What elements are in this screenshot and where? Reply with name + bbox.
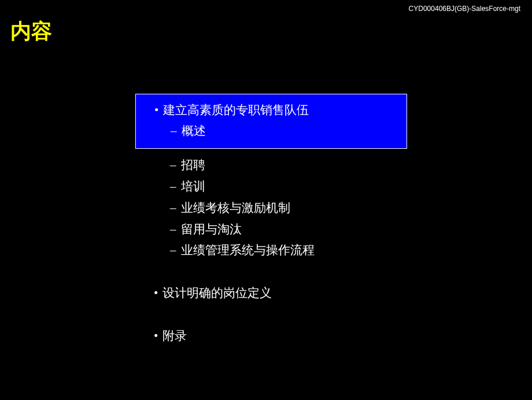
dash-icon xyxy=(170,155,176,176)
dash-icon xyxy=(170,197,176,219)
section-3: 附录 xyxy=(135,326,407,347)
highlighted-section: 建立高素质的专职销售队伍 概述 xyxy=(135,94,407,149)
dash-icon xyxy=(170,219,176,240)
section-1-sub-highlighted: 概述 xyxy=(147,121,395,142)
list-item: 留用与淘汰 xyxy=(147,219,396,240)
dash-icon xyxy=(171,121,177,142)
section-3-main: 附录 xyxy=(147,326,407,347)
list-item: 业绩考核与激励机制 xyxy=(147,197,396,219)
list-item-text: 留用与淘汰 xyxy=(181,219,242,240)
bullet-icon xyxy=(154,283,158,304)
section-2-main: 设计明确的岗位定义 xyxy=(147,283,407,304)
list-item-text: 培训 xyxy=(181,176,205,197)
section-1-sub-highlighted-text: 概述 xyxy=(182,121,206,142)
list-item-text: 业绩考核与激励机制 xyxy=(181,197,290,219)
bullet-icon xyxy=(154,326,158,347)
slide-title: 内容 xyxy=(10,17,52,46)
section-2-main-text: 设计明确的岗位定义 xyxy=(162,283,272,304)
section-2: 设计明确的岗位定义 xyxy=(135,283,407,304)
content-outline: 建立高素质的专职销售队伍 概述 招聘 培训 业绩考核与激励机制 留用与淘汰 业绩… xyxy=(135,94,407,347)
list-item: 业绩管理系统与操作流程 xyxy=(147,240,396,261)
section-1-main: 建立高素质的专职销售队伍 xyxy=(147,100,395,121)
dash-icon xyxy=(170,240,176,261)
section-1-main-text: 建立高素质的专职销售队伍 xyxy=(163,100,309,121)
document-code: CYD000406BJ(GB)-SalesForce-mgt xyxy=(409,5,520,13)
list-item-text: 招聘 xyxy=(181,155,205,176)
list-item: 招聘 xyxy=(147,155,396,176)
list-item: 培训 xyxy=(147,176,396,197)
section-3-main-text: 附录 xyxy=(162,326,187,347)
bullet-icon xyxy=(154,100,158,121)
dash-icon xyxy=(170,176,176,197)
list-item-text: 业绩管理系统与操作流程 xyxy=(181,240,315,261)
section-1-subitems: 招聘 培训 业绩考核与激励机制 留用与淘汰 业绩管理系统与操作流程 xyxy=(135,152,407,261)
